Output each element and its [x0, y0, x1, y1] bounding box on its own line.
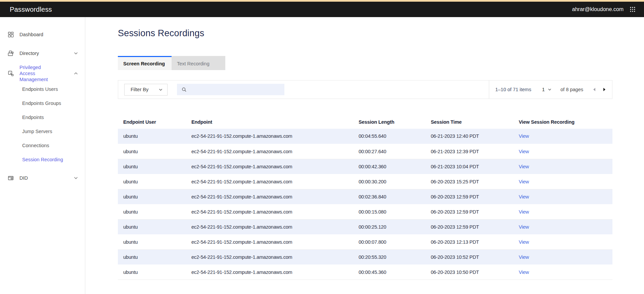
- cell-view: View: [513, 129, 612, 144]
- sidebar-item-did[interactable]: DID: [0, 172, 85, 184]
- cell-endpoint: ec2-54-221-91-152.compute-1.amazonaws.co…: [186, 249, 353, 264]
- sidebar-item-connections[interactable]: Connections: [0, 138, 85, 153]
- cell-endpoint-user: ubuntu: [118, 219, 186, 234]
- sidebar-item-dashboard[interactable]: Dashboard: [0, 28, 85, 41]
- sidebar-item-label: Privileged Access Management: [19, 64, 56, 82]
- items-range-label: 1–10 of 71 items: [495, 87, 531, 92]
- cell-session-length: 00:00:07.800: [353, 234, 425, 249]
- cell-endpoint: ec2-54-221-91-152.compute-1.amazonaws.co…: [186, 264, 353, 280]
- cell-endpoint-user: ubuntu: [118, 129, 186, 144]
- sidebar-item-jump-servers[interactable]: Jump Servers: [0, 124, 85, 138]
- chevron-down-icon: [74, 176, 78, 180]
- sidebar-item-label: Dashboard: [19, 32, 43, 38]
- table-body: ubuntu ec2-54-221-91-152.compute-1.amazo…: [118, 129, 612, 280]
- cell-view: View: [513, 264, 612, 280]
- cell-endpoint: ec2-54-221-91-152.compute-1.amazonaws.co…: [186, 174, 353, 189]
- cell-endpoint-user: ubuntu: [118, 144, 186, 159]
- view-session-link[interactable]: View: [519, 194, 529, 199]
- column-header-session-length: Session Length: [353, 115, 425, 129]
- view-session-link[interactable]: View: [519, 254, 529, 260]
- cell-view: View: [513, 234, 612, 249]
- sidebar: Dashboard Directory Privileged Access Ma…: [0, 17, 85, 294]
- filter-by-dropdown[interactable]: Filter By: [124, 84, 168, 96]
- cell-session-length: 00:04:55.640: [353, 129, 425, 144]
- view-session-link[interactable]: View: [519, 149, 529, 154]
- sidebar-item-session-recording[interactable]: Session Recording: [0, 153, 85, 167]
- cell-session-length: 00:00:45.360: [353, 264, 425, 280]
- pagination: 1–10 of 71 items 1 of 8 pages: [489, 80, 612, 99]
- cell-session-time: 06-20-2023 12:59 PDT: [425, 204, 513, 219]
- cell-view: View: [513, 189, 612, 204]
- filter-by-label: Filter By: [131, 87, 148, 92]
- privileged-access-icon: [7, 70, 14, 77]
- sidebar-item-label: Directory: [19, 50, 39, 56]
- table-row: ubuntu ec2-54-221-91-152.compute-1.amazo…: [118, 249, 612, 264]
- brand-title: Passwordless: [10, 6, 52, 13]
- cell-endpoint-user: ubuntu: [118, 189, 186, 204]
- dashboard-icon: [7, 31, 14, 38]
- cell-view: View: [513, 219, 612, 234]
- tab-text-recording[interactable]: Text Recording: [172, 56, 225, 70]
- cell-view: View: [513, 174, 612, 189]
- app-switcher-button[interactable]: [629, 6, 636, 13]
- cell-session-time: 06-20-2023 12:59 PDT: [425, 219, 513, 234]
- page-number-select[interactable]: 1: [542, 87, 552, 92]
- search-input[interactable]: [190, 84, 284, 95]
- cell-view: View: [513, 204, 612, 219]
- sidebar-item-endpoints-groups[interactable]: Endpoints Groups: [0, 96, 85, 110]
- table-row: ubuntu ec2-54-221-91-152.compute-1.amazo…: [118, 234, 612, 249]
- search-box: [177, 84, 284, 95]
- cell-session-length: 00:00:42.360: [353, 159, 425, 174]
- topbar-right: ahrar@kloudone.com: [572, 6, 636, 13]
- chevron-down-icon: [158, 87, 163, 92]
- column-header-view-session-recording: View Session Recording: [513, 115, 612, 129]
- cell-endpoint: ec2-54-221-91-152.compute-1.amazonaws.co…: [186, 234, 353, 249]
- table-row: ubuntu ec2-54-221-91-152.compute-1.amazo…: [118, 174, 612, 189]
- sidebar-item-privileged-access-management[interactable]: Privileged Access Management: [0, 65, 85, 82]
- cell-endpoint-user: ubuntu: [118, 264, 186, 280]
- view-session-link[interactable]: View: [519, 270, 529, 275]
- sidebar-item-endpoints[interactable]: Endpoints: [0, 110, 85, 124]
- cell-session-time: 06-20-2023 12:59 PDT: [425, 189, 513, 204]
- sidebar-item-endpoints-users[interactable]: Endpoints Users: [0, 82, 85, 96]
- view-session-link[interactable]: View: [519, 239, 529, 245]
- cell-endpoint: ec2-54-221-91-152.compute-1.amazonaws.co…: [186, 189, 353, 204]
- sidebar-item-label: Session Recording: [22, 157, 63, 162]
- cell-endpoint: ec2-54-221-91-152.compute-1.amazonaws.co…: [186, 129, 353, 144]
- cell-endpoint-user: ubuntu: [118, 159, 186, 174]
- sidebar-item-label: Jump Servers: [22, 129, 52, 134]
- sidebar-item-label: DID: [19, 175, 28, 181]
- cell-endpoint-user: ubuntu: [118, 174, 186, 189]
- view-session-link[interactable]: View: [519, 179, 529, 184]
- view-session-link[interactable]: View: [519, 224, 529, 230]
- cell-session-time: 06-20-2023 12:13 PDT: [425, 234, 513, 249]
- page-title: Sessions Recordings: [118, 28, 644, 39]
- cell-session-time: 06-21-2023 10:04 PDT: [425, 159, 513, 174]
- table-row: ubuntu ec2-54-221-91-152.compute-1.amazo…: [118, 129, 612, 144]
- cell-endpoint: ec2-54-221-91-152.compute-1.amazonaws.co…: [186, 159, 353, 174]
- cell-endpoint: ec2-54-221-91-152.compute-1.amazonaws.co…: [186, 219, 353, 234]
- tab-screen-recording[interactable]: Screen Recording: [118, 56, 172, 70]
- view-session-link[interactable]: View: [519, 209, 529, 215]
- table-row: ubuntu ec2-54-221-91-152.compute-1.amazo…: [118, 219, 612, 234]
- cell-session-time: 06-20-2023 15:25 PDT: [425, 174, 513, 189]
- sidebar-item-directory[interactable]: Directory: [0, 47, 85, 59]
- previous-page-button[interactable]: [593, 88, 595, 91]
- chevron-up-icon: [74, 71, 78, 76]
- view-session-link[interactable]: View: [519, 164, 529, 169]
- search-icon: [181, 87, 187, 93]
- wallet-icon: [7, 175, 14, 181]
- cell-endpoint: ec2-54-221-91-152.compute-1.amazonaws.co…: [186, 144, 353, 159]
- cell-endpoint-user: ubuntu: [118, 249, 186, 264]
- tab-label: Text Recording: [177, 61, 210, 66]
- tab-label: Screen Recording: [123, 61, 165, 66]
- sidebar-item-label: Connections: [22, 143, 49, 148]
- view-session-link[interactable]: View: [519, 133, 529, 139]
- sidebar-item-label: Endpoints Users: [22, 86, 58, 92]
- next-page-button[interactable]: [603, 88, 605, 91]
- table-row: ubuntu ec2-54-221-91-152.compute-1.amazo…: [118, 144, 612, 159]
- chevron-down-icon: [548, 87, 552, 92]
- cell-session-time: 06-21-2023 12:40 PDT: [425, 129, 513, 144]
- cell-endpoint: ec2-54-221-91-152.compute-1.amazonaws.co…: [186, 204, 353, 219]
- pages-count-label: of 8 pages: [560, 87, 583, 92]
